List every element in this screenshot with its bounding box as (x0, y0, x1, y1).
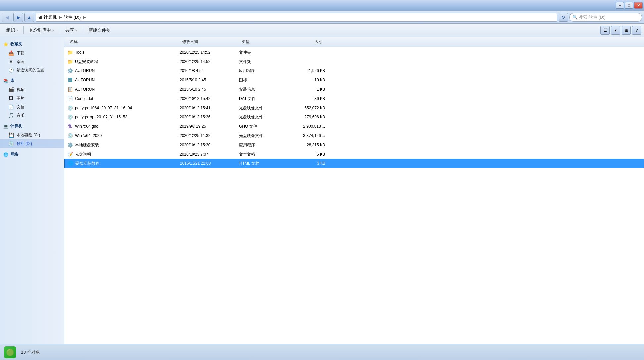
file-row[interactable]: 🌐 硬盘安装教程 2016/11/21 22:03 HTML 文档 3 KB (64, 159, 644, 168)
file-type-cell: HTML 文档 (239, 161, 286, 166)
computer-header[interactable]: 💻 计算机 (0, 122, 64, 131)
share-button[interactable]: 共享 ▾ (62, 25, 81, 35)
file-size-cell: 2,900,813 ... (285, 124, 325, 129)
path-computer[interactable]: 计算机 (44, 14, 57, 20)
file-row[interactable]: 📄 Config.dat 2020/10/12 15:42 DAT 文件 36 … (64, 94, 644, 103)
file-row[interactable]: 📁 U盘安装教程 2020/12/25 14:52 文件夹 (64, 57, 644, 66)
library-label: 库 (10, 78, 14, 84)
path-drive[interactable]: 软件 (D:) (64, 14, 81, 20)
image-label: 图片 (17, 96, 24, 101)
file-name-cell: 🖼 AUTORUN (67, 77, 180, 83)
file-row[interactable]: 💿 pe_yqs_1064_20_07_31_16_04 2020/10/12 … (64, 103, 644, 112)
sidebar-item-downloads[interactable]: 📥 下载 (0, 49, 64, 57)
up-button[interactable]: ▲ (24, 13, 34, 22)
file-type-cell: 文件夹 (239, 50, 285, 55)
file-size-cell: 5 KB (285, 152, 325, 157)
view-toggle-button2[interactable]: ▾ (611, 26, 620, 35)
view-icon: ☰ (603, 28, 607, 33)
file-name: Tools (75, 50, 84, 55)
file-date-cell: 2015/5/10 2:45 (180, 87, 239, 92)
search-box[interactable]: 🔍 搜索 软件 (D:) (569, 13, 642, 22)
file-name: pe_yqs_xp_20_07_31_15_53 (75, 115, 127, 119)
sidebar-item-video[interactable]: 🎬 视频 (0, 85, 64, 94)
column-headers: 名称 修改日期 类型 大小 (64, 37, 644, 47)
file-name: U盘安装教程 (75, 59, 98, 65)
back-icon: ◀ (5, 15, 9, 20)
refresh-button[interactable]: ↻ (559, 13, 568, 22)
file-name-cell: 🗜 Win7x64.gho (67, 123, 180, 129)
details-icon: ▦ (624, 28, 628, 33)
col-header-name[interactable]: 名称 (67, 39, 180, 45)
file-size-cell: 3,874,126 ... (285, 133, 325, 138)
titlebar: − □ ✕ (0, 0, 644, 11)
statusbar-icon: 🟢 (4, 346, 16, 358)
file-name-cell: 💿 pe_yqs_xp_20_07_31_15_53 (67, 114, 180, 120)
file-row[interactable]: 💿 Win7x64_2020 2020/12/25 11:32 光盘映像文件 3… (64, 131, 644, 140)
statusbar-app-icon: 🟢 (6, 348, 14, 356)
file-name: 光盘说明 (75, 152, 91, 157)
file-icon: 📝 (67, 151, 73, 157)
col-header-date[interactable]: 修改日期 (180, 39, 239, 45)
back-button[interactable]: ◀ (2, 13, 12, 22)
col-header-size[interactable]: 大小 (285, 39, 325, 45)
library-section: 📚 库 🎬 视频 🖼 图片 📄 文档 🎵 音乐 (0, 76, 64, 120)
file-type-cell: 应用程序 (239, 142, 285, 148)
video-label: 视频 (17, 87, 24, 93)
help-button[interactable]: ? (632, 26, 641, 35)
organize-label: 组织 (6, 27, 15, 33)
recent-icon: 🕐 (8, 67, 14, 73)
file-name-cell: 💿 Win7x64_2020 (67, 133, 180, 139)
new-folder-button[interactable]: 新建文件夹 (85, 25, 114, 35)
local-d-icon: 💿 (8, 141, 14, 147)
file-row[interactable]: 💿 pe_yqs_xp_20_07_31_15_53 2020/10/12 15… (64, 112, 644, 122)
file-row[interactable]: 📋 AUTORUN 2015/5/10 2:45 安装信息 1 KB (64, 85, 644, 94)
file-icon: 💿 (67, 105, 73, 111)
col-header-type[interactable]: 类型 (239, 39, 285, 45)
library-header[interactable]: 📚 库 (0, 76, 64, 85)
file-row[interactable]: 📝 光盘说明 2016/10/23 7:07 文本文档 5 KB (64, 150, 644, 159)
details-view-button[interactable]: ▦ (622, 26, 631, 35)
file-date-cell: 2020/10/12 15:41 (180, 106, 239, 110)
include-library-button[interactable]: 包含到库中 ▾ (26, 25, 58, 35)
network-header[interactable]: 🌐 网络 (0, 150, 64, 159)
organize-button[interactable]: 组织 ▾ (3, 25, 21, 35)
file-icon: 📁 (67, 59, 73, 65)
sidebar-item-image[interactable]: 🖼 图片 (0, 94, 64, 103)
file-date-cell: 2020/10/12 15:42 (180, 96, 239, 101)
share-arrow: ▾ (75, 29, 77, 32)
computer-icon: 🖥 (38, 15, 42, 20)
sidebar-item-doc[interactable]: 📄 文档 (0, 103, 64, 111)
music-icon: 🎵 (8, 112, 14, 118)
file-row[interactable]: ⚙️ 本地硬盘安装 2020/10/12 15:30 应用程序 28,315 K… (64, 140, 644, 150)
forward-button[interactable]: ▶ (13, 13, 23, 22)
minimize-button[interactable]: − (616, 2, 624, 9)
file-row[interactable]: 📁 Tools 2020/12/25 14:52 文件夹 (64, 48, 644, 57)
sidebar-item-desktop[interactable]: 🖥 桌面 (0, 57, 64, 66)
search-icon: 🔍 (572, 15, 578, 20)
file-type-cell: 光盘映像文件 (239, 133, 285, 139)
maximize-button[interactable]: □ (625, 2, 633, 9)
file-type-cell: 文本文档 (239, 152, 285, 157)
file-name-cell: ⚙️ AUTORUN (67, 68, 180, 74)
address-path-bar[interactable]: 🖥 计算机 ▶ 软件 (D:) ▶ (36, 13, 557, 22)
favorites-header[interactable]: ⭐ 收藏夹 (0, 40, 64, 49)
share-label: 共享 (65, 27, 74, 33)
toolbar-sep3 (83, 26, 83, 34)
sidebar-item-local-d[interactable]: 💿 软件 (D:) (0, 139, 64, 148)
file-row[interactable]: 🗜 Win7x64.gho 2019/9/7 19:25 GHO 文件 2,90… (64, 122, 644, 131)
sidebar-item-music[interactable]: 🎵 音乐 (0, 111, 64, 120)
statusbar-count: 13 个对象 (21, 349, 40, 355)
file-icon: 🖼 (67, 77, 73, 83)
network-icon: 🌐 (3, 152, 8, 157)
sidebar-item-local-c[interactable]: 💾 本地磁盘 (C:) (0, 131, 64, 139)
file-name: 硬盘安装教程 (75, 161, 99, 166)
downloads-icon: 📥 (8, 50, 14, 56)
file-name-cell: 📄 Config.dat (67, 96, 180, 102)
close-button[interactable]: ✕ (634, 2, 643, 9)
sidebar-item-recent[interactable]: 🕐 最近访问的位置 (0, 66, 64, 74)
file-row[interactable]: ⚙️ AUTORUN 2016/1/8 4:54 应用程序 1,926 KB (64, 66, 644, 75)
view-toggle-button[interactable]: ☰ (600, 26, 610, 35)
file-row[interactable]: 🖼 AUTORUN 2015/5/10 2:45 图标 10 KB (64, 75, 644, 85)
toolbar: 组织 ▾ 包含到库中 ▾ 共享 ▾ 新建文件夹 ☰ ▾ ▦ ? (0, 24, 644, 37)
file-type-cell: GHO 文件 (239, 124, 285, 129)
